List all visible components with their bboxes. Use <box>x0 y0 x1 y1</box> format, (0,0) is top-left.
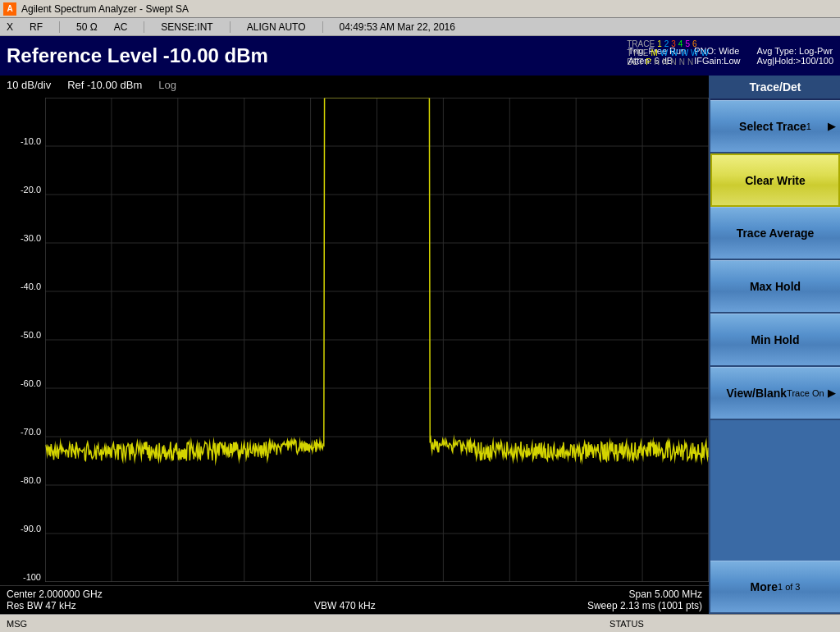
select-trace-arrow: ▶ <box>828 121 835 132</box>
more-button[interactable]: More 1 of 3 <box>710 561 840 614</box>
menu-sep4 <box>322 21 323 33</box>
menubar: X RF 50 Ω AC SENSE:INT ALIGN AUTO 04:49:… <box>0 18 840 36</box>
view-blank-label: View/Blank <box>726 387 787 400</box>
menu-rf[interactable]: RF <box>30 21 43 33</box>
msg-label: MSG <box>7 619 420 629</box>
scale-type: Log <box>158 79 176 91</box>
menu-datetime: 04:49:53 AM Mar 22, 2016 <box>340 21 455 33</box>
res-bw: Res BW 47 kHz <box>7 600 76 611</box>
right-panel: Trace/Det Select Trace 1 ▶ Clear Write T… <box>709 76 840 614</box>
bottom-left: Center 2.000000 GHz Res BW 47 kHz <box>7 588 103 611</box>
chart-area: 10 dB/div Ref -10.00 dBm Log -10.0 -20.0… <box>0 76 709 614</box>
span: Span 5.000 MHz <box>629 588 702 600</box>
menu-ac[interactable]: AC <box>114 21 128 33</box>
ylabel-7: -70.0 <box>2 428 41 437</box>
trace-info: TRACE 123456 TYPE M WWWWW DET P NNNNN <box>627 39 709 66</box>
more-label: More <box>751 580 778 593</box>
ylabel-9: -90.0 <box>2 524 41 534</box>
ref-label: Ref -10.00 dBm <box>67 79 142 91</box>
trace-average-button[interactable]: Trace Average <box>710 207 840 260</box>
menu-sep3 <box>230 21 231 33</box>
ylabel-2: -20.0 <box>2 185 41 195</box>
more-sub: 1 of 3 <box>778 582 801 592</box>
min-hold-label: Min Hold <box>751 333 799 346</box>
content-area: 10 dB/div Ref -10.00 dBm Log -10.0 -20.0… <box>0 76 840 614</box>
y-axis: -10.0 -20.0 -30.0 -40.0 -50.0 -60.0 -70.… <box>0 98 43 582</box>
titlebar: A Agilent Spectrum Analyzer - Swept SA <box>0 0 840 18</box>
ylabel-3: -30.0 <box>2 234 41 243</box>
ylabel-6: -60.0 <box>2 379 41 388</box>
reflevel-bar: Reference Level -10.00 dBm Trig: Free Ru… <box>0 36 840 76</box>
menu-align: ALIGN AUTO <box>247 21 306 33</box>
avg-params: Avg Type: Log-Pwr Avg|Hold:>100/100 <box>757 46 833 66</box>
bottom-right: Span 5.000 MHz Sweep 2.13 ms (1001 pts) <box>587 588 702 611</box>
select-trace-label: Select Trace <box>739 120 806 133</box>
avghold-label: Avg|Hold:>100/100 <box>757 56 833 66</box>
chart-wrapper: -10.0 -20.0 -30.0 -40.0 -50.0 -60.0 -70.… <box>0 94 709 585</box>
app-icon: A <box>3 2 16 16</box>
menu-x[interactable]: X <box>7 21 13 33</box>
max-hold-button[interactable]: Max Hold <box>710 260 840 314</box>
view-blank-button[interactable]: View/Blank Trace On ▶ <box>710 367 840 420</box>
center-freq: Center 2.000000 GHz <box>7 588 103 600</box>
ylabel-5: -50.0 <box>2 331 41 340</box>
panel-title: Trace/Det <box>710 76 840 100</box>
chart-header: 10 dB/div Ref -10.00 dBm Log <box>0 76 709 94</box>
max-hold-label: Max Hold <box>750 280 801 293</box>
vbw: VBW 470 kHz <box>314 600 376 611</box>
ylabel-8: -80.0 <box>2 476 41 485</box>
clear-write-label: Clear Write <box>745 174 806 187</box>
view-blank-arrow: ▶ <box>828 387 835 399</box>
ylabel-4: -40.0 <box>2 282 41 291</box>
ylabel-10: -100 <box>2 573 41 582</box>
menu-sep2 <box>144 21 144 33</box>
scale-label: 10 dB/div <box>7 79 51 91</box>
app-title: Agilent Spectrum Analyzer - Swept SA <box>21 3 189 15</box>
panel-spacer <box>710 420 840 561</box>
menu-sense: SENSE:INT <box>161 21 212 33</box>
status-label: STATUS <box>420 619 833 629</box>
trace-average-label: Trace Average <box>737 227 815 240</box>
sweep: Sweep 2.13 ms (1001 pts) <box>587 600 702 611</box>
view-blank-sub: Trace On <box>787 388 824 398</box>
spectrum-canvas <box>45 98 709 582</box>
clear-write-button[interactable]: Clear Write <box>710 153 840 207</box>
bottom-center: VBW 470 kHz <box>314 588 376 611</box>
select-trace-sub: 1 <box>806 121 811 131</box>
min-hold-button[interactable]: Min Hold <box>710 314 840 367</box>
menu-sep1 <box>59 21 60 33</box>
select-trace-button[interactable]: Select Trace 1 ▶ <box>710 100 840 153</box>
reference-level: Reference Level -10.00 dBm <box>7 44 612 67</box>
main-container: Reference Level -10.00 dBm Trig: Free Ru… <box>0 36 840 632</box>
status-bar: MSG STATUS <box>0 614 840 632</box>
avgtype-label: Avg Type: Log-Pwr <box>757 46 833 56</box>
bottom-params: Center 2.000000 GHz Res BW 47 kHz VBW 47… <box>0 585 709 614</box>
menu-50ohm[interactable]: 50 Ω <box>76 21 98 33</box>
ylabel-1: -10.0 <box>2 137 41 146</box>
